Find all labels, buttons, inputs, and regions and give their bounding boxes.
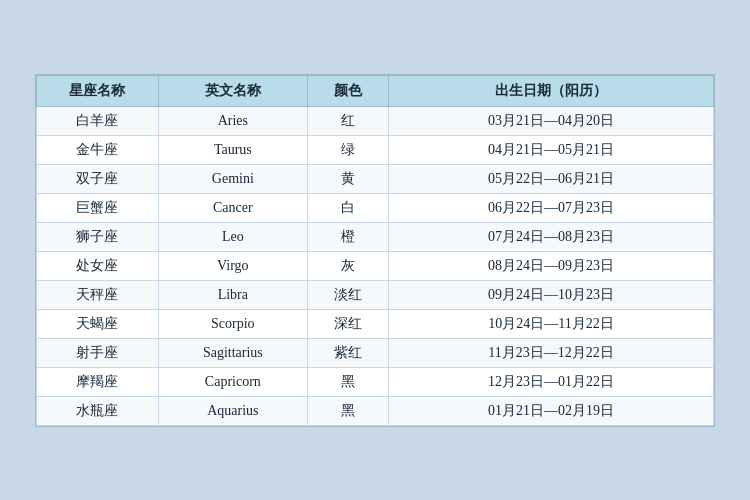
table-row: 金牛座Taurus绿04月21日—05月21日	[37, 135, 714, 164]
table-row: 双子座Gemini黄05月22日—06月21日	[37, 164, 714, 193]
cell-chinese: 金牛座	[37, 135, 159, 164]
table-row: 摩羯座Capricorn黑12月23日—01月22日	[37, 367, 714, 396]
cell-english: Leo	[158, 222, 307, 251]
cell-chinese: 水瓶座	[37, 396, 159, 425]
cell-english: Scorpio	[158, 309, 307, 338]
cell-color: 红	[307, 106, 388, 135]
cell-date: 08月24日—09月23日	[389, 251, 714, 280]
cell-chinese: 巨蟹座	[37, 193, 159, 222]
table-row: 白羊座Aries红03月21日—04月20日	[37, 106, 714, 135]
cell-chinese: 摩羯座	[37, 367, 159, 396]
cell-color: 淡红	[307, 280, 388, 309]
cell-date: 09月24日—10月23日	[389, 280, 714, 309]
cell-date: 05月22日—06月21日	[389, 164, 714, 193]
header-color: 颜色	[307, 75, 388, 106]
header-english: 英文名称	[158, 75, 307, 106]
cell-date: 10月24日—11月22日	[389, 309, 714, 338]
cell-chinese: 处女座	[37, 251, 159, 280]
cell-chinese: 狮子座	[37, 222, 159, 251]
table-row: 水瓶座Aquarius黑01月21日—02月19日	[37, 396, 714, 425]
cell-color: 绿	[307, 135, 388, 164]
cell-chinese: 天蝎座	[37, 309, 159, 338]
cell-date: 12月23日—01月22日	[389, 367, 714, 396]
header-chinese: 星座名称	[37, 75, 159, 106]
cell-date: 01月21日—02月19日	[389, 396, 714, 425]
zodiac-table: 星座名称 英文名称 颜色 出生日期（阳历） 白羊座Aries红03月21日—04…	[36, 75, 714, 426]
cell-color: 深红	[307, 309, 388, 338]
cell-date: 06月22日—07月23日	[389, 193, 714, 222]
table-body: 白羊座Aries红03月21日—04月20日金牛座Taurus绿04月21日—0…	[37, 106, 714, 425]
cell-date: 07月24日—08月23日	[389, 222, 714, 251]
cell-english: Aquarius	[158, 396, 307, 425]
cell-english: Taurus	[158, 135, 307, 164]
cell-color: 黑	[307, 396, 388, 425]
cell-english: Virgo	[158, 251, 307, 280]
cell-date: 03月21日—04月20日	[389, 106, 714, 135]
cell-chinese: 天秤座	[37, 280, 159, 309]
cell-color: 黑	[307, 367, 388, 396]
cell-color: 灰	[307, 251, 388, 280]
table-row: 处女座Virgo灰08月24日—09月23日	[37, 251, 714, 280]
cell-english: Gemini	[158, 164, 307, 193]
table-row: 射手座Sagittarius紫红11月23日—12月22日	[37, 338, 714, 367]
cell-date: 11月23日—12月22日	[389, 338, 714, 367]
cell-english: Libra	[158, 280, 307, 309]
cell-color: 白	[307, 193, 388, 222]
cell-chinese: 白羊座	[37, 106, 159, 135]
cell-english: Cancer	[158, 193, 307, 222]
table-row: 天秤座Libra淡红09月24日—10月23日	[37, 280, 714, 309]
table-row: 天蝎座Scorpio深红10月24日—11月22日	[37, 309, 714, 338]
table-row: 狮子座Leo橙07月24日—08月23日	[37, 222, 714, 251]
cell-color: 黄	[307, 164, 388, 193]
table-header-row: 星座名称 英文名称 颜色 出生日期（阳历）	[37, 75, 714, 106]
cell-english: Sagittarius	[158, 338, 307, 367]
cell-english: Capricorn	[158, 367, 307, 396]
cell-english: Aries	[158, 106, 307, 135]
cell-color: 橙	[307, 222, 388, 251]
cell-date: 04月21日—05月21日	[389, 135, 714, 164]
cell-chinese: 射手座	[37, 338, 159, 367]
zodiac-table-wrapper: 星座名称 英文名称 颜色 出生日期（阳历） 白羊座Aries红03月21日—04…	[35, 74, 715, 427]
cell-color: 紫红	[307, 338, 388, 367]
cell-chinese: 双子座	[37, 164, 159, 193]
header-date: 出生日期（阳历）	[389, 75, 714, 106]
table-row: 巨蟹座Cancer白06月22日—07月23日	[37, 193, 714, 222]
